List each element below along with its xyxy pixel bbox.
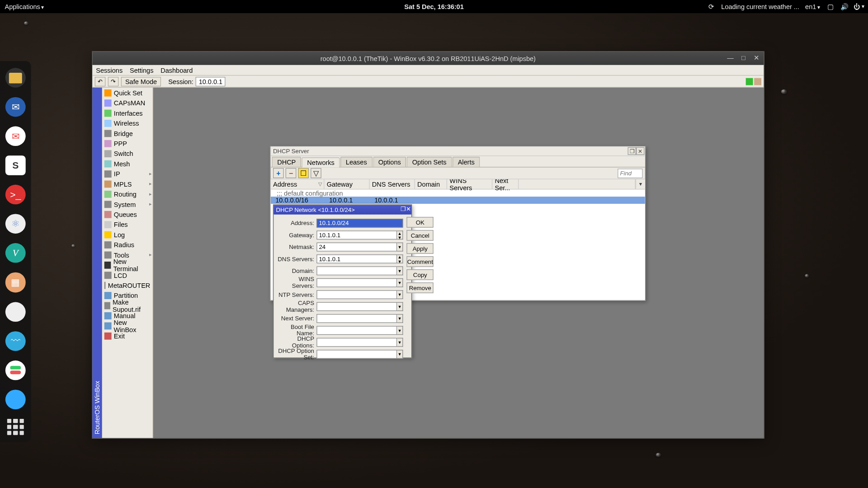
- tab-leases[interactable]: Leases: [340, 157, 373, 167]
- volume-icon[interactable]: 🔊: [840, 2, 849, 10]
- dock-atom-icon[interactable]: ⚛: [5, 214, 26, 234]
- copy-button[interactable]: Copy: [406, 269, 434, 280]
- filter-button[interactable]: ▽: [311, 168, 321, 178]
- gateway-input[interactable]: [316, 230, 397, 239]
- sidebar-item-metarouter[interactable]: MetaROUTER: [102, 280, 152, 290]
- column-header[interactable]: DNS Servers: [370, 179, 415, 189]
- refresh-icon[interactable]: ⟳: [707, 2, 715, 10]
- dropdown-icon[interactable]: ▼: [397, 302, 403, 311]
- power-icon[interactable]: ⏻: [855, 2, 863, 10]
- apply-button[interactable]: Apply: [406, 243, 434, 254]
- dropdown-icon[interactable]: ▼: [397, 314, 403, 323]
- dock-mail-icon[interactable]: ✉: [5, 127, 26, 146]
- tab-alerts[interactable]: Alerts: [453, 157, 480, 167]
- menu-settings[interactable]: Settings: [130, 66, 153, 74]
- dialog-close-button[interactable]: ✕: [406, 206, 411, 212]
- dropdown-icon[interactable]: ▼: [397, 242, 403, 251]
- sidebar-item-ip[interactable]: IP▸: [102, 169, 152, 178]
- boot-input[interactable]: [316, 326, 397, 335]
- dialog-titlebar[interactable]: DHCP Network <10.1.0.0/24> ❐ ✕: [274, 205, 411, 215]
- sidebar-item-switch[interactable]: Switch: [102, 148, 152, 158]
- remove-button[interactable]: Remove: [406, 282, 434, 293]
- comment-button[interactable]: Comment: [406, 256, 434, 267]
- keyboard-layout-indicator[interactable]: en1: [805, 3, 820, 10]
- tab-option-sets[interactable]: Option Sets: [407, 157, 452, 167]
- sidebar-item-mesh[interactable]: Mesh: [102, 159, 152, 169]
- sidebar-item-radius[interactable]: Radius: [102, 239, 152, 249]
- sidebar-item-wireless[interactable]: Wireless: [102, 118, 152, 128]
- dock-marble-icon[interactable]: [5, 389, 26, 409]
- tab-dhcp[interactable]: DHCP: [272, 157, 301, 167]
- column-header[interactable]: Gateway: [324, 179, 369, 189]
- dock-thunderbird-icon[interactable]: ✉: [5, 97, 26, 117]
- find-input[interactable]: [618, 169, 642, 178]
- display-icon[interactable]: ▢: [826, 2, 835, 10]
- domain-input[interactable]: [316, 266, 397, 275]
- column-header[interactable]: Address▽: [271, 179, 325, 189]
- sidebar-item-new-winbox[interactable]: New WinBox: [102, 320, 152, 330]
- dock-box-icon[interactable]: ▦: [5, 272, 26, 292]
- ok-button[interactable]: OK: [406, 217, 434, 228]
- column-menu-button[interactable]: ▼: [636, 179, 645, 189]
- optset-input[interactable]: [316, 349, 397, 358]
- wins-input[interactable]: [316, 278, 397, 287]
- sidebar-item-routing[interactable]: Routing▸: [102, 189, 152, 199]
- window-titlebar[interactable]: root@10.0.0.1 (TheTik) - WinBox v6.30.2 …: [92, 52, 764, 65]
- sidebar-item-mpls[interactable]: MPLS▸: [102, 179, 152, 189]
- sidebar-item-new-terminal[interactable]: New Terminal: [102, 260, 152, 270]
- caps-input[interactable]: [316, 302, 397, 311]
- opts-input[interactable]: [316, 338, 397, 347]
- undo-button[interactable]: ↶: [95, 76, 106, 86]
- column-header[interactable]: Next Ser...: [492, 179, 519, 189]
- dialog-restore-button[interactable]: ❐: [401, 206, 406, 212]
- dock-toggle-icon[interactable]: [5, 360, 26, 380]
- sidebar-item-queues[interactable]: Queues: [102, 209, 152, 219]
- dropdown-icon[interactable]: ▼: [397, 290, 403, 299]
- sidebar-item-lcd[interactable]: LCD: [102, 270, 152, 280]
- sidebar-item-interfaces[interactable]: Interfaces: [102, 108, 152, 118]
- sidebar-item-ppp[interactable]: PPP: [102, 138, 152, 148]
- dhcp-close-button[interactable]: ✕: [636, 147, 644, 155]
- session-value[interactable]: 10.0.0.1: [196, 76, 226, 86]
- sidebar-item-make-supout-rif[interactable]: Make Supout.rif: [102, 300, 152, 310]
- dock-egg-icon[interactable]: [5, 302, 26, 322]
- remove-button[interactable]: −: [286, 168, 297, 178]
- dropdown-icon[interactable]: ▼: [397, 349, 403, 358]
- stepper-icon[interactable]: ▲▼: [397, 254, 403, 263]
- cancel-button[interactable]: Cancel: [406, 230, 434, 241]
- dhcp-titlebar[interactable]: DHCP Server ❐ ✕: [271, 146, 645, 156]
- table-row[interactable]: 10.0.0.0/1610.0.0.110.0.0.1: [271, 197, 645, 204]
- ntp-input[interactable]: [316, 290, 397, 299]
- sidebar-item-exit[interactable]: Exit: [102, 331, 152, 341]
- sidebar-item-files[interactable]: Files: [102, 219, 152, 229]
- applications-menu[interactable]: Applications: [5, 3, 44, 10]
- sidebar-item-log[interactable]: Log: [102, 230, 152, 239]
- dns-input[interactable]: [316, 254, 397, 263]
- column-header[interactable]: WINS Servers: [447, 179, 492, 189]
- redo-button[interactable]: ↷: [108, 76, 119, 86]
- dock-vim-icon[interactable]: V: [5, 244, 26, 263]
- close-button[interactable]: ✕: [752, 53, 761, 62]
- maximize-button[interactable]: □: [739, 53, 748, 62]
- dock-apps-grid-icon[interactable]: [7, 419, 24, 435]
- weather-indicator[interactable]: Loading current weather ...: [721, 3, 799, 10]
- dock-monitor-icon[interactable]: 〰: [5, 331, 26, 351]
- address-input[interactable]: [316, 218, 403, 227]
- tab-networks[interactable]: Networks: [302, 157, 340, 167]
- netmask-input[interactable]: [316, 242, 397, 251]
- dropdown-icon[interactable]: ▼: [397, 278, 403, 287]
- add-button[interactable]: +: [273, 168, 284, 178]
- safe-mode-button[interactable]: Safe Mode: [121, 76, 161, 86]
- stepper-icon[interactable]: ▲▼: [397, 230, 403, 239]
- dock-slack-icon[interactable]: S: [5, 155, 26, 175]
- comment-button[interactable]: ☐: [298, 168, 309, 178]
- dock-files-icon[interactable]: [5, 68, 26, 88]
- menu-sessions[interactable]: Sessions: [96, 66, 123, 74]
- dropdown-icon[interactable]: ▼: [397, 266, 403, 275]
- column-header[interactable]: Domain: [415, 179, 447, 189]
- dropdown-icon[interactable]: ▼: [397, 338, 403, 347]
- tab-options[interactable]: Options: [373, 157, 406, 167]
- next-input[interactable]: [316, 314, 397, 323]
- sidebar-item-quick-set[interactable]: Quick Set: [102, 88, 152, 98]
- dropdown-icon[interactable]: ▼: [397, 326, 403, 335]
